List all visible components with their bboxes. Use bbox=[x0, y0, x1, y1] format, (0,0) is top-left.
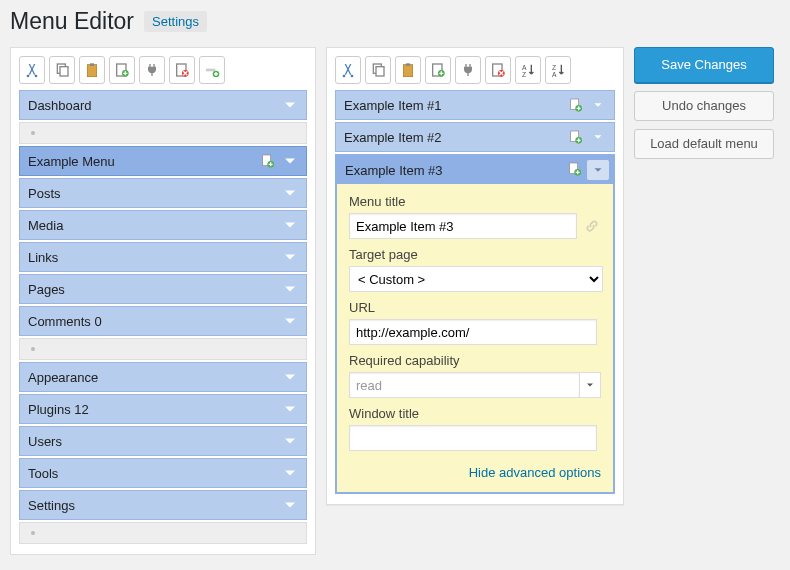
toolbar-sort-asc-button[interactable] bbox=[515, 56, 541, 84]
menu-item[interactable]: Dashboard bbox=[19, 90, 307, 120]
paste-icon bbox=[400, 62, 416, 78]
separator-dot-icon bbox=[26, 527, 40, 539]
separator-dot-icon bbox=[26, 343, 40, 355]
copy-icon bbox=[370, 62, 386, 78]
cut-icon bbox=[24, 62, 40, 78]
menu-item[interactable]: Tools bbox=[19, 458, 307, 488]
menu-item-label: Comments 0 bbox=[28, 314, 280, 329]
capability-dropdown-button[interactable] bbox=[579, 372, 601, 398]
menu-item[interactable]: Pages bbox=[19, 274, 307, 304]
menu-item-label: Posts bbox=[28, 186, 280, 201]
menu-item[interactable]: Posts bbox=[19, 178, 307, 208]
paste-icon bbox=[84, 62, 100, 78]
separator[interactable] bbox=[19, 338, 307, 360]
toolbar-copy-button[interactable] bbox=[49, 56, 75, 84]
separator[interactable] bbox=[19, 122, 307, 144]
plug-icon bbox=[460, 62, 476, 78]
menu-item-label: Example Menu bbox=[28, 154, 260, 169]
menu-item[interactable]: Comments 0 bbox=[19, 306, 307, 336]
expand-button[interactable] bbox=[588, 95, 608, 115]
toolbar-cut-button[interactable] bbox=[19, 56, 45, 84]
save-button[interactable]: Save Changes bbox=[634, 47, 774, 83]
url-input[interactable] bbox=[349, 319, 597, 345]
toolbar-delete-button[interactable] bbox=[485, 56, 511, 84]
menu-item[interactable]: Users bbox=[19, 426, 307, 456]
new-item-icon bbox=[568, 129, 584, 145]
menu-item-label: Media bbox=[28, 218, 280, 233]
menu-item-label: Users bbox=[28, 434, 280, 449]
settings-link[interactable]: Settings bbox=[144, 11, 207, 32]
toolbar-delete-button[interactable] bbox=[169, 56, 195, 84]
expand-button[interactable] bbox=[280, 495, 300, 515]
capability-label: Required capability bbox=[349, 353, 601, 368]
toolbar-sort-desc-button[interactable] bbox=[545, 56, 571, 84]
submenu-item-expanded: Example Item #3 Menu title Target page <… bbox=[335, 154, 615, 494]
sort-desc-icon bbox=[550, 62, 566, 78]
mid-column: Example Item #1Example Item #2 Example I… bbox=[326, 47, 624, 505]
page-title: Menu Editor bbox=[10, 8, 134, 35]
cut-icon bbox=[340, 62, 356, 78]
window-title-input[interactable] bbox=[349, 425, 597, 451]
new-item-icon bbox=[260, 153, 276, 169]
link-icon[interactable] bbox=[583, 217, 601, 235]
new-item-icon bbox=[568, 97, 584, 113]
delete-icon bbox=[490, 62, 506, 78]
menu-item-label: Tools bbox=[28, 466, 280, 481]
menu-item-label: Pages bbox=[28, 282, 280, 297]
capability-input[interactable] bbox=[349, 372, 579, 398]
left-column: DashboardExample MenuPostsMediaLinksPage… bbox=[10, 47, 316, 555]
right-column: Save Changes Undo changes Load default m… bbox=[634, 47, 774, 159]
separator-dot-icon bbox=[26, 127, 40, 139]
menu-item-label: Settings bbox=[28, 498, 280, 513]
new-icon bbox=[114, 62, 130, 78]
load-default-button[interactable]: Load default menu bbox=[634, 129, 774, 159]
submenu-item-header[interactable]: Example Item #3 bbox=[337, 156, 613, 184]
menu-item[interactable]: Links bbox=[19, 242, 307, 272]
separator[interactable] bbox=[19, 522, 307, 544]
plug-icon bbox=[144, 62, 160, 78]
submenu-item-label: Example Item #1 bbox=[344, 98, 568, 113]
submenu-item-label: Example Item #2 bbox=[344, 130, 568, 145]
toolbar-cut-button[interactable] bbox=[335, 56, 361, 84]
new-icon bbox=[430, 62, 446, 78]
new-item-icon bbox=[567, 161, 583, 180]
undo-button[interactable]: Undo changes bbox=[634, 91, 774, 121]
menu-title-input[interactable] bbox=[349, 213, 577, 239]
menu-item-label: Dashboard bbox=[28, 98, 280, 113]
url-label: URL bbox=[349, 300, 601, 315]
submenu-item[interactable]: Example Item #2 bbox=[335, 122, 615, 152]
sort-asc-icon bbox=[520, 62, 536, 78]
hide-advanced-link[interactable]: Hide advanced options bbox=[349, 459, 601, 482]
menu-item[interactable]: Media bbox=[19, 210, 307, 240]
delete-icon bbox=[174, 62, 190, 78]
target-page-label: Target page bbox=[349, 247, 601, 262]
toolbar-new-button[interactable] bbox=[425, 56, 451, 84]
target-page-select[interactable]: < Custom > bbox=[349, 266, 603, 292]
add-sep-icon bbox=[204, 62, 220, 78]
toolbar-plug-button[interactable] bbox=[455, 56, 481, 84]
expand-button[interactable] bbox=[588, 127, 608, 147]
copy-icon bbox=[54, 62, 70, 78]
menu-item[interactable]: Settings bbox=[19, 490, 307, 520]
menu-item-label: Plugins 12 bbox=[28, 402, 280, 417]
menu-item[interactable]: Example Menu bbox=[19, 146, 307, 176]
collapse-button[interactable] bbox=[587, 160, 609, 180]
submenu-item-label: Example Item #3 bbox=[345, 163, 567, 178]
toolbar-plug-button[interactable] bbox=[139, 56, 165, 84]
toolbar-paste-button[interactable] bbox=[79, 56, 105, 84]
toolbar-new-button[interactable] bbox=[109, 56, 135, 84]
page-new-icon bbox=[260, 153, 276, 169]
window-title-label: Window title bbox=[349, 406, 601, 421]
menu-item[interactable]: Plugins 12 bbox=[19, 394, 307, 424]
menu-item[interactable]: Appearance bbox=[19, 362, 307, 392]
menu-item-label: Links bbox=[28, 250, 280, 265]
toolbar-paste-button[interactable] bbox=[395, 56, 421, 84]
toolbar-copy-button[interactable] bbox=[365, 56, 391, 84]
menu-title-label: Menu title bbox=[349, 194, 601, 209]
menu-item-label: Appearance bbox=[28, 370, 280, 385]
toolbar-add-sep-button[interactable] bbox=[199, 56, 225, 84]
chevron-down-icon bbox=[280, 430, 300, 555]
submenu-item[interactable]: Example Item #1 bbox=[335, 90, 615, 120]
